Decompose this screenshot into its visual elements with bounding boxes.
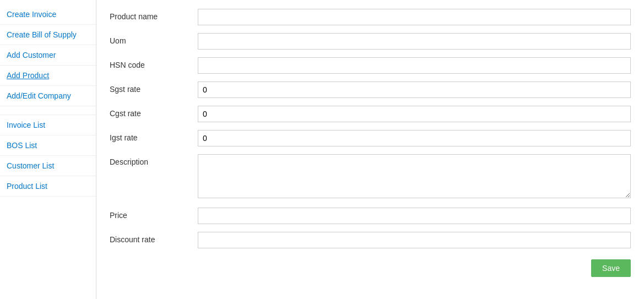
label-cgst-rate: Cgst rate bbox=[110, 106, 198, 118]
field-description bbox=[198, 154, 631, 200]
label-uom: Uom bbox=[110, 33, 198, 45]
sidebar-item-create-invoice[interactable]: Create Invoice bbox=[0, 4, 96, 25]
field-product-name bbox=[198, 9, 631, 25]
field-sgst-rate bbox=[198, 81, 631, 98]
product-name-input[interactable] bbox=[198, 9, 631, 25]
label-igst-rate: Igst rate bbox=[110, 130, 198, 142]
label-description: Description bbox=[110, 154, 198, 166]
sidebar-item-customer-list[interactable]: Customer List bbox=[0, 156, 96, 176]
igst-rate-input[interactable] bbox=[198, 130, 631, 146]
field-row-hsn-code: HSN code bbox=[110, 57, 631, 74]
label-hsn-code: HSN code bbox=[110, 57, 198, 69]
field-row-description: Description bbox=[110, 154, 631, 200]
sidebar-item-add-edit-company[interactable]: Add/Edit Company bbox=[0, 86, 96, 106]
field-cgst-rate bbox=[198, 106, 631, 122]
field-row-igst-rate: Igst rate bbox=[110, 130, 631, 146]
sidebar: Create Invoice Create Bill of Supply Add… bbox=[0, 0, 96, 299]
cgst-rate-input[interactable] bbox=[198, 106, 631, 122]
field-hsn-code bbox=[198, 57, 631, 74]
label-discount-rate: Discount rate bbox=[110, 232, 198, 244]
label-product-name: Product name bbox=[110, 9, 198, 21]
label-price: Price bbox=[110, 208, 198, 220]
sidebar-item-product-list[interactable]: Product List bbox=[0, 176, 96, 197]
sidebar-divider bbox=[0, 106, 96, 115]
sidebar-item-add-product[interactable]: Add Product bbox=[0, 66, 96, 86]
description-textarea[interactable] bbox=[198, 154, 631, 198]
field-row-price: Price bbox=[110, 208, 631, 224]
label-sgst-rate: Sgst rate bbox=[110, 81, 198, 94]
app-layout: Create Invoice Create Bill of Supply Add… bbox=[0, 0, 644, 299]
sidebar-item-invoice-list[interactable]: Invoice List bbox=[0, 115, 96, 135]
field-row-cgst-rate: Cgst rate bbox=[110, 106, 631, 122]
field-row-discount-rate: Discount rate bbox=[110, 232, 631, 248]
field-discount-rate bbox=[198, 232, 631, 248]
main-content: Product name Uom HSN code Sgst rate bbox=[96, 0, 644, 299]
save-row: Save bbox=[110, 259, 631, 277]
field-uom bbox=[198, 33, 631, 50]
uom-input[interactable] bbox=[198, 33, 631, 50]
discount-rate-input[interactable] bbox=[198, 232, 631, 248]
hsn-code-input[interactable] bbox=[198, 57, 631, 74]
price-input[interactable] bbox=[198, 208, 631, 224]
sidebar-item-bos-list[interactable]: BOS List bbox=[0, 135, 96, 156]
sidebar-item-create-bill-of-supply[interactable]: Create Bill of Supply bbox=[0, 25, 96, 45]
save-button[interactable]: Save bbox=[591, 259, 631, 277]
sidebar-item-add-customer[interactable]: Add Customer bbox=[0, 45, 96, 66]
field-price bbox=[198, 208, 631, 224]
sgst-rate-input[interactable] bbox=[198, 81, 631, 98]
field-row-uom: Uom bbox=[110, 33, 631, 50]
field-row-product-name: Product name bbox=[110, 9, 631, 25]
field-igst-rate bbox=[198, 130, 631, 146]
field-row-sgst-rate: Sgst rate bbox=[110, 81, 631, 98]
